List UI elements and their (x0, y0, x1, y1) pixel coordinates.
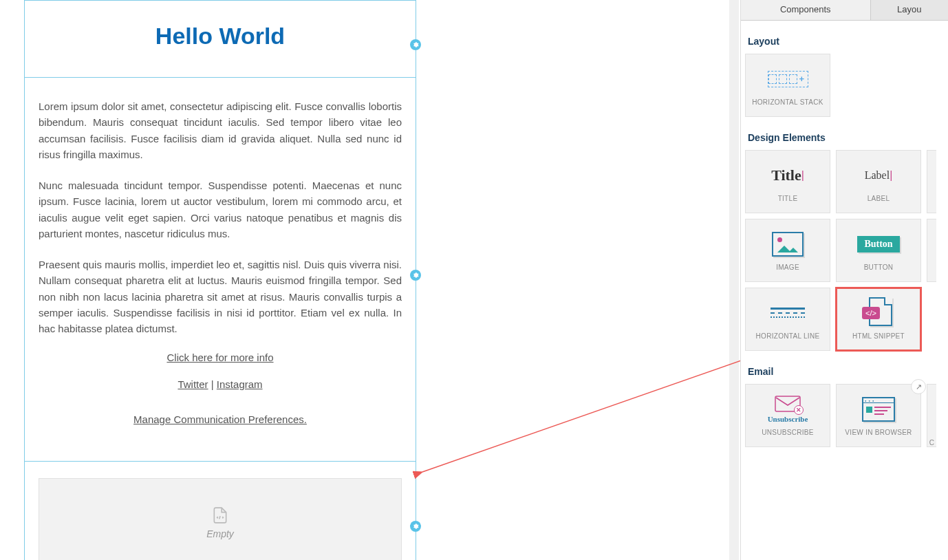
tab-layout[interactable]: Layou (871, 0, 949, 20)
section-design-elements: Design Elements (741, 117, 948, 150)
label-preview: Label (865, 169, 890, 182)
manage-prefs-link[interactable]: Manage Communication Preferences. (133, 413, 307, 425)
cursor-icon: | (890, 169, 892, 182)
document-icon (211, 506, 229, 524)
component-view-in-browser[interactable]: ↗ ● ● ● VIEW IN BROWSER (836, 384, 921, 447)
twitter-link[interactable]: Twitter (177, 378, 208, 390)
horizontal-line-icon (771, 308, 805, 318)
component-horizontal-line[interactable]: HORIZONTAL LINE (745, 288, 830, 351)
component-partial-cut[interactable]: C (927, 384, 936, 447)
component-title[interactable]: Title| TITLE (745, 150, 830, 213)
component-label[interactable]: Label| LABEL (836, 150, 921, 213)
component-partial-cut[interactable] (927, 150, 936, 213)
instagram-link[interactable]: Instagram (217, 378, 263, 390)
popout-icon[interactable]: ↗ (911, 379, 926, 394)
email-canvas: Hello World Lorem ipsum dolor sit amet, … (24, 0, 416, 560)
component-partial-cut[interactable] (927, 219, 936, 282)
empty-snippet-placeholder[interactable]: Empty (39, 478, 402, 560)
paragraph-2: Nunc malesuada tincidunt tempor. Suspend… (39, 177, 402, 241)
empty-label: Empty (206, 528, 234, 539)
tab-components[interactable]: Components (741, 0, 871, 20)
social-separator: | (208, 378, 217, 390)
cursor-icon: | (801, 169, 804, 182)
component-unsubscribe[interactable]: ✕ Unsubscribe UNSUBSCRIBE (745, 384, 830, 447)
title-block[interactable]: Hello World (24, 0, 416, 78)
horizontal-stack-icon: + (768, 71, 808, 87)
html-snippet-icon: </> (865, 297, 892, 329)
component-sidebar: Components Layou Layout + HORIZONTAL STA… (740, 0, 948, 560)
gear-icon[interactable] (410, 270, 421, 281)
more-info-link[interactable]: Click here for more info (166, 352, 273, 363)
sidebar-tabs: Components Layou (741, 0, 948, 21)
component-horizontal-stack[interactable]: + HORIZONTAL STACK (745, 54, 830, 117)
title-preview: Title (771, 166, 801, 184)
image-icon (772, 232, 804, 257)
unsubscribe-icon: ✕ Unsubscribe (768, 396, 808, 423)
snippet-drop-block[interactable]: Empty (24, 462, 416, 560)
section-layout: Layout (741, 21, 948, 54)
component-button[interactable]: Button BUTTON (836, 219, 921, 282)
body-block[interactable]: Lorem ipsum dolor sit amet, consectetur … (24, 78, 416, 462)
email-title: Hello World (39, 23, 402, 50)
button-preview: Button (857, 236, 899, 252)
gear-icon[interactable] (410, 521, 421, 532)
browser-icon: ● ● ● (862, 397, 895, 422)
editor-scrollbar[interactable] (729, 0, 739, 560)
component-html-snippet[interactable]: </> HTML SNIPPET (836, 288, 921, 351)
component-image[interactable]: IMAGE (745, 219, 830, 282)
paragraph-3: Praesent quis mauris mollis, imperdiet l… (39, 257, 402, 336)
gear-icon[interactable] (410, 39, 421, 50)
paragraph-1: Lorem ipsum dolor sit amet, consectetur … (39, 98, 402, 162)
